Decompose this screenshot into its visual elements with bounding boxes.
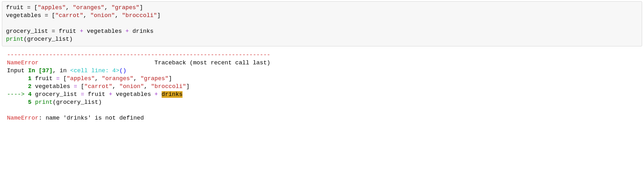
error-type-final: NameError [7,115,39,121]
code-line-5: print(grocery_list) [6,36,73,43]
error-type: NameError [7,60,39,66]
error-output: ----------------------------------------… [0,46,644,122]
code-input-cell[interactable]: fruit = ["apples", "oranges", "grapes"] … [2,1,642,46]
error-message: : name 'drinks' is not defined [39,115,144,121]
code-line-2: vegetables = ["carrot", "onion", "brocco… [6,12,161,19]
code-line-4: grocery_list = fruit + vegetables + drin… [6,28,153,35]
code-line-1: fruit = ["apples", "oranges", "grapes"] [6,4,143,11]
traceback-separator: ----------------------------------------… [7,52,270,58]
jupyter-cell: fruit = ["apples", "oranges", "grapes"] … [0,0,644,122]
traceback-label: Traceback (most recent call last) [39,60,270,66]
highlighted-error-token: drinks [162,91,183,98]
error-arrow-icon: ----> [7,91,28,98]
